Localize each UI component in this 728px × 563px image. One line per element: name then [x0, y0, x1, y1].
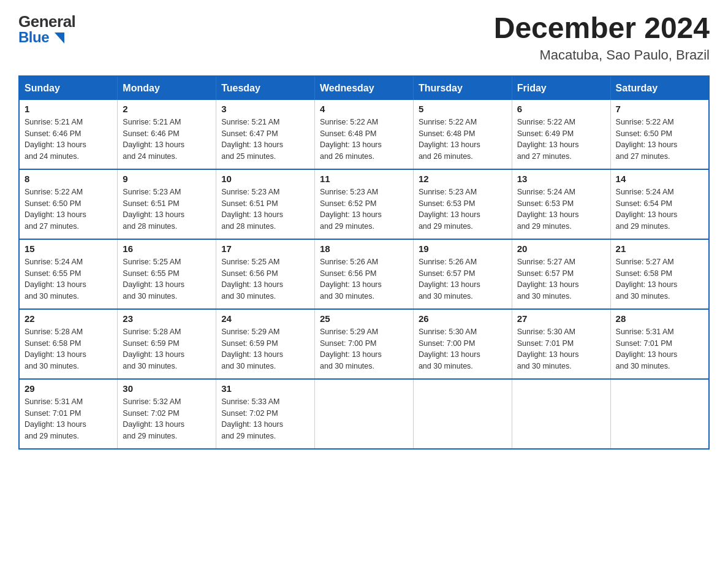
calendar-day-cell: 22Sunrise: 5:28 AMSunset: 6:58 PMDayligh…: [19, 309, 118, 379]
day-info: Sunrise: 5:25 AMSunset: 6:55 PMDaylight:…: [123, 256, 211, 302]
sunset-text: Sunset: 6:48 PM: [320, 129, 376, 138]
sunset-text: Sunset: 7:00 PM: [320, 339, 376, 348]
calendar-day-cell: 6Sunrise: 5:22 AMSunset: 6:49 PMDaylight…: [512, 100, 610, 169]
day-number: 10: [221, 174, 309, 184]
daylight-text: Daylight: 13 hours: [517, 210, 579, 219]
sunset-text: Sunset: 6:46 PM: [25, 129, 81, 138]
day-info: Sunrise: 5:24 AMSunset: 6:53 PMDaylight:…: [517, 186, 605, 232]
day-number: 14: [616, 174, 703, 184]
calendar-day-cell: 4Sunrise: 5:22 AMSunset: 6:48 PMDaylight…: [315, 100, 414, 169]
sunset-text: Sunset: 6:57 PM: [419, 269, 475, 278]
sunrise-text: Sunrise: 5:31 AM: [616, 327, 674, 336]
sunrise-text: Sunrise: 5:30 AM: [419, 327, 477, 336]
day-number: 25: [320, 313, 408, 324]
day-info: Sunrise: 5:23 AMSunset: 6:51 PMDaylight:…: [221, 186, 309, 232]
daylight-minutes-text: and 28 minutes.: [123, 222, 177, 231]
calendar-day-cell: [413, 379, 512, 449]
day-number: 26: [419, 313, 507, 324]
daylight-minutes-text: and 29 minutes.: [517, 222, 572, 231]
day-number: 11: [320, 174, 408, 184]
day-info: Sunrise: 5:23 AMSunset: 6:51 PMDaylight:…: [123, 186, 211, 232]
weekday-header-saturday: Saturday: [610, 76, 709, 100]
daylight-text: Daylight: 13 hours: [419, 350, 480, 359]
daylight-minutes-text: and 29 minutes.: [419, 222, 473, 231]
page-header: General Blue December 2024 Macatuba, Sao…: [18, 12, 710, 63]
day-number: 29: [25, 383, 112, 394]
calendar-day-cell: 20Sunrise: 5:27 AMSunset: 6:57 PMDayligh…: [512, 239, 610, 309]
sunset-text: Sunset: 6:58 PM: [616, 269, 672, 278]
calendar-day-cell: [610, 379, 709, 449]
sunset-text: Sunset: 6:54 PM: [616, 199, 672, 208]
day-number: 16: [123, 243, 211, 254]
daylight-minutes-text: and 30 minutes.: [25, 362, 79, 370]
day-info: Sunrise: 5:27 AMSunset: 6:57 PMDaylight:…: [517, 256, 605, 302]
calendar-day-cell: 5Sunrise: 5:22 AMSunset: 6:48 PMDaylight…: [413, 100, 512, 169]
sunset-text: Sunset: 6:55 PM: [25, 269, 81, 278]
sunrise-text: Sunrise: 5:21 AM: [25, 118, 83, 126]
sunrise-text: Sunrise: 5:22 AM: [517, 118, 575, 126]
calendar-day-cell: 13Sunrise: 5:24 AMSunset: 6:53 PMDayligh…: [512, 169, 610, 239]
calendar-day-cell: 11Sunrise: 5:23 AMSunset: 6:52 PMDayligh…: [315, 169, 414, 239]
day-info: Sunrise: 5:26 AMSunset: 6:56 PMDaylight:…: [320, 256, 408, 302]
daylight-text: Daylight: 13 hours: [221, 210, 283, 219]
sunset-text: Sunset: 6:56 PM: [221, 269, 278, 278]
weekday-header-friday: Friday: [512, 76, 610, 100]
day-info: Sunrise: 5:30 AMSunset: 7:01 PMDaylight:…: [517, 326, 605, 372]
daylight-minutes-text: and 29 minutes.: [320, 222, 374, 231]
calendar-day-cell: 25Sunrise: 5:29 AMSunset: 7:00 PMDayligh…: [315, 309, 414, 379]
sunset-text: Sunset: 6:48 PM: [419, 129, 475, 138]
day-number: 4: [320, 104, 408, 114]
calendar-week-row: 22Sunrise: 5:28 AMSunset: 6:58 PMDayligh…: [19, 309, 709, 379]
sunrise-text: Sunrise: 5:25 AM: [221, 258, 279, 266]
sunset-text: Sunset: 6:46 PM: [123, 129, 179, 138]
calendar-week-row: 29Sunrise: 5:31 AMSunset: 7:01 PMDayligh…: [19, 379, 709, 449]
calendar-day-cell: 9Sunrise: 5:23 AMSunset: 6:51 PMDaylight…: [118, 169, 216, 239]
day-info: Sunrise: 5:31 AMSunset: 7:01 PMDaylight:…: [25, 396, 112, 442]
sunrise-text: Sunrise: 5:30 AM: [517, 327, 575, 336]
day-info: Sunrise: 5:32 AMSunset: 7:02 PMDaylight:…: [123, 396, 211, 442]
day-number: 1: [25, 104, 112, 114]
daylight-minutes-text: and 25 minutes.: [221, 152, 276, 161]
calendar-week-row: 15Sunrise: 5:24 AMSunset: 6:55 PMDayligh…: [19, 239, 709, 309]
weekday-header-row: SundayMondayTuesdayWednesdayThursdayFrid…: [19, 76, 709, 100]
day-number: 23: [123, 313, 211, 324]
daylight-minutes-text: and 30 minutes.: [123, 292, 177, 301]
day-number: 13: [517, 174, 605, 184]
sunset-text: Sunset: 6:50 PM: [25, 199, 81, 208]
day-info: Sunrise: 5:21 AMSunset: 6:46 PMDaylight:…: [25, 117, 112, 163]
calendar-week-row: 8Sunrise: 5:22 AMSunset: 6:50 PMDaylight…: [19, 169, 709, 239]
daylight-text: Daylight: 13 hours: [123, 420, 184, 429]
calendar-day-cell: 21Sunrise: 5:27 AMSunset: 6:58 PMDayligh…: [610, 239, 709, 309]
day-info: Sunrise: 5:26 AMSunset: 6:57 PMDaylight:…: [419, 256, 507, 302]
calendar-day-cell: 28Sunrise: 5:31 AMSunset: 7:01 PMDayligh…: [610, 309, 709, 379]
day-info: Sunrise: 5:28 AMSunset: 6:58 PMDaylight:…: [25, 326, 112, 372]
day-number: 31: [221, 383, 309, 394]
calendar-day-cell: 24Sunrise: 5:29 AMSunset: 6:59 PMDayligh…: [216, 309, 315, 379]
sunrise-text: Sunrise: 5:26 AM: [419, 258, 477, 266]
sunset-text: Sunset: 6:53 PM: [419, 199, 475, 208]
daylight-text: Daylight: 13 hours: [123, 210, 184, 219]
daylight-text: Daylight: 13 hours: [320, 210, 382, 219]
daylight-minutes-text: and 28 minutes.: [221, 222, 276, 231]
weekday-header-monday: Monday: [118, 76, 216, 100]
daylight-text: Daylight: 13 hours: [25, 280, 86, 289]
sunset-text: Sunset: 7:01 PM: [616, 339, 672, 348]
calendar-day-cell: 7Sunrise: 5:22 AMSunset: 6:50 PMDaylight…: [610, 100, 709, 169]
calendar-day-cell: 3Sunrise: 5:21 AMSunset: 6:47 PMDaylight…: [216, 100, 315, 169]
calendar-day-cell: 1Sunrise: 5:21 AMSunset: 6:46 PMDaylight…: [19, 100, 118, 169]
day-number: 12: [419, 174, 507, 184]
sunset-text: Sunset: 6:47 PM: [221, 129, 278, 138]
day-info: Sunrise: 5:31 AMSunset: 7:01 PMDaylight:…: [616, 326, 703, 372]
sunset-text: Sunset: 6:55 PM: [123, 269, 179, 278]
sunrise-text: Sunrise: 5:23 AM: [419, 188, 477, 196]
sunset-text: Sunset: 6:59 PM: [123, 339, 179, 348]
daylight-text: Daylight: 13 hours: [616, 210, 678, 219]
day-number: 9: [123, 174, 211, 184]
sunset-text: Sunset: 6:52 PM: [320, 199, 376, 208]
sunrise-text: Sunrise: 5:24 AM: [25, 258, 83, 266]
sunrise-text: Sunrise: 5:29 AM: [320, 327, 378, 336]
weekday-header-sunday: Sunday: [19, 76, 118, 100]
day-info: Sunrise: 5:29 AMSunset: 7:00 PMDaylight:…: [320, 326, 408, 372]
daylight-minutes-text: and 29 minutes.: [616, 222, 670, 231]
daylight-minutes-text: and 26 minutes.: [419, 152, 473, 161]
